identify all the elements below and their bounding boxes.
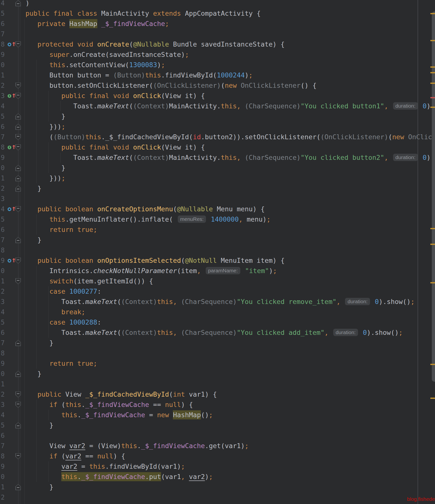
code-line: Toast.makeText((Context)this, (CharSeque…	[0, 328, 435, 338]
code-line: switch(item.getItemId()) {	[0, 276, 435, 286]
code-line: }	[0, 338, 435, 348]
code-line	[0, 430, 435, 441]
code-line: if (var2 == null) {	[0, 451, 435, 461]
code-line: public final class MainActivity extends …	[0, 8, 435, 19]
code-line: this.getMenuInflater().inflate( menuRes:…	[0, 214, 435, 225]
code-line: super.onCreate(savedInstanceState);	[0, 50, 435, 60]
warning-stripe-mark[interactable]	[430, 66, 435, 68]
inlay-hint: duration:	[345, 298, 370, 305]
code-line: this._$_findViewCache.put(var1, var2);	[0, 472, 435, 482]
code-line: public final void onClick(View it) {	[0, 142, 435, 152]
code-line: }	[0, 111, 435, 122]
code-line: this._$_findViewCache = new HashMap();	[0, 410, 435, 420]
code-line: case 1000277:	[0, 286, 435, 297]
warning-stripe-mark[interactable]	[430, 13, 435, 14]
code-line: }	[0, 482, 435, 492]
code-line	[0, 492, 435, 503]
code-line: protected void onCreate(@Nullable Bundle…	[0, 39, 435, 50]
code-line: break;	[0, 307, 435, 317]
code-line	[0, 29, 435, 39]
code-line	[0, 194, 435, 204]
warning-stripe-mark[interactable]	[430, 40, 435, 41]
code-line: }	[0, 369, 435, 379]
code-line	[0, 245, 435, 255]
code-line: button.setOnClickListener((OnClickListen…	[0, 80, 435, 91]
code-line: public boolean onCreateOptionsMenu(@Null…	[0, 204, 435, 214]
code-line: }	[0, 235, 435, 245]
code-line: }));	[0, 173, 435, 183]
warning-stripe-mark[interactable]	[430, 398, 435, 399]
code-line: Button button = (Button)this.findViewByI…	[0, 70, 435, 80]
warning-stripe-mark[interactable]	[430, 228, 435, 229]
code-line: private HashMap _$_findViewCache;	[0, 19, 435, 29]
code-line: Intrinsics.checkNotNullParameter(item, p…	[0, 266, 435, 276]
warning-stripe-mark[interactable]	[430, 282, 435, 283]
inlay-hint: menuRes:	[178, 215, 206, 223]
code-line: }	[0, 163, 435, 173]
code-line: }	[0, 183, 435, 194]
code-line	[0, 348, 435, 358]
code-line: ((Button)this._$_findCachedViewById(id.b…	[0, 132, 435, 142]
code-line: public boolean onOptionsItemSelected(@No…	[0, 255, 435, 266]
code-line: View var2 = (View)this._$_findViewCache.…	[0, 441, 435, 451]
warning-stripe-mark[interactable]	[430, 107, 435, 108]
code-line: public View _$_findCachedViewById(int va…	[0, 389, 435, 400]
watermark: blog.fishedee.com	[407, 496, 435, 502]
code-line: }));	[0, 122, 435, 132]
code-line: case 1000288:	[0, 317, 435, 328]
code-line: Toast.makeText((Context)MainActivity.thi…	[0, 101, 435, 111]
right-margin-guide	[418, 0, 418, 504]
warning-stripe-mark[interactable]	[430, 72, 435, 73]
warning-stripe-mark[interactable]	[430, 364, 435, 365]
error-stripe-mark[interactable]	[430, 97, 435, 98]
code-line: var2 = this.findViewById(var1);	[0, 461, 435, 472]
inlay-hint: paramName:	[206, 267, 240, 274]
code-line: return true;	[0, 225, 435, 235]
code-line: )	[0, 0, 435, 8]
code-line: Toast.makeText((Context)this, (CharSeque…	[0, 297, 435, 307]
code-line	[0, 379, 435, 389]
code-line: if (this._$_findViewCache == null) {	[0, 400, 435, 410]
code-line: Toast.makeText((Context)MainActivity.thi…	[0, 152, 435, 163]
code-line: this.setContentView(1300083);	[0, 60, 435, 70]
inlay-hint: duration:	[393, 154, 418, 161]
code-line: }	[0, 420, 435, 430]
warning-stripe-mark[interactable]	[430, 244, 435, 245]
code-line: return true;	[0, 358, 435, 369]
code-line: public final void onClick(View it) {	[0, 91, 435, 101]
warning-stripe-mark[interactable]	[430, 83, 435, 84]
inlay-hint: duration:	[393, 102, 418, 110]
inlay-hint: duration:	[333, 329, 358, 336]
